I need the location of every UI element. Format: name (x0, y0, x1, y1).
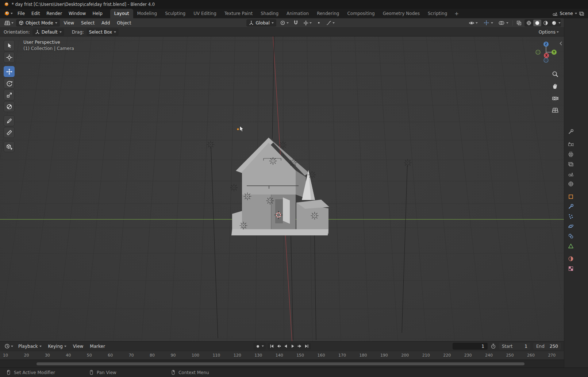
start-frame-field[interactable]: Start 1 (499, 343, 530, 350)
tab-material[interactable] (567, 255, 575, 262)
menu-object[interactable]: Object (114, 19, 134, 27)
current-frame-field[interactable]: 1 (453, 343, 488, 350)
light-empty[interactable] (266, 197, 274, 204)
menu-keying[interactable]: Keying (45, 343, 69, 350)
prev-keyframe-button[interactable] (276, 343, 283, 349)
tab-uv-editing[interactable]: UV Editing (189, 9, 220, 18)
tab-view-layer[interactable] (567, 161, 575, 167)
snap-target-dropdown[interactable] (302, 20, 313, 26)
light-empty[interactable] (207, 141, 214, 148)
add-workspace-button[interactable]: + (451, 9, 462, 18)
proportional-editing-toggle[interactable] (315, 19, 323, 27)
light-empty[interactable] (230, 184, 238, 191)
tab-world[interactable] (567, 181, 575, 187)
scene-selector[interactable]: Scene (552, 11, 586, 16)
shading-solid-button[interactable] (533, 20, 541, 26)
menu-render[interactable]: Render (43, 9, 65, 18)
timeline-scrollbar[interactable] (36, 362, 524, 365)
3d-viewport[interactable]: User Perspective (1) Collection | Camera (0, 36, 564, 341)
snap-toggle[interactable] (292, 19, 300, 27)
zoom-button[interactable] (551, 70, 559, 78)
tab-object-data[interactable] (567, 243, 575, 249)
axis-x-ball[interactable]: X (544, 53, 549, 58)
proportional-falloff-dropdown[interactable] (325, 20, 336, 26)
tab-texture-paint[interactable]: Texture Paint (220, 9, 257, 18)
pivot-point-dropdown[interactable] (278, 19, 290, 26)
light-empty[interactable] (308, 171, 316, 178)
menu-file[interactable]: File (14, 9, 28, 18)
menu-playback[interactable]: Playback (15, 343, 45, 350)
tab-object[interactable] (567, 193, 575, 200)
menu-view[interactable]: View (61, 19, 77, 27)
object-origin-dot[interactable] (237, 128, 239, 130)
play-button[interactable] (289, 343, 296, 349)
editor-type-button[interactable] (3, 19, 15, 27)
tab-modifiers[interactable] (567, 203, 575, 209)
tab-compositing[interactable]: Compositing (343, 9, 378, 18)
tool-transform[interactable] (4, 101, 15, 112)
menu-select[interactable]: Select (78, 19, 97, 27)
axis-z-ball[interactable]: Z (543, 42, 549, 47)
tool-cursor[interactable] (4, 52, 15, 63)
timeline-ruler[interactable]: 10 20 30 40 50 60 70 80 90 100 110 120 1… (0, 351, 564, 359)
orientation-default-dropdown[interactable]: Default (32, 28, 64, 36)
tab-animation[interactable]: Animation (283, 9, 313, 18)
next-keyframe-button[interactable] (296, 343, 303, 349)
tool-annotate[interactable] (4, 115, 15, 126)
camera-view-button[interactable] (551, 94, 559, 102)
axis-y-ball[interactable]: Y (552, 50, 557, 55)
tab-output[interactable] (567, 151, 575, 157)
overlays-dropdown[interactable] (496, 19, 510, 27)
tool-select-box[interactable] (4, 40, 15, 51)
options-dropdown[interactable]: Options (537, 29, 560, 35)
tab-modeling[interactable]: Modeling (133, 9, 161, 18)
tool-scale[interactable] (4, 89, 15, 100)
mode-dropdown[interactable]: Object Mode (16, 19, 60, 27)
jump-to-start-button[interactable] (269, 343, 276, 349)
end-frame-field[interactable]: End 250 (533, 343, 561, 350)
gizmo-toggle[interactable] (483, 19, 490, 27)
menu-edit[interactable]: Edit (28, 9, 43, 18)
xray-toggle[interactable] (515, 19, 523, 27)
menu-window[interactable]: Window (65, 9, 89, 18)
tab-tool[interactable] (567, 128, 575, 135)
axis-neg-y-ball[interactable] (536, 50, 540, 54)
play-reverse-button[interactable] (283, 343, 289, 349)
menu-help[interactable]: Help (89, 9, 105, 18)
light-empty[interactable] (240, 222, 247, 229)
tab-scripting[interactable]: Scripting (424, 9, 451, 18)
tool-rotate[interactable] (4, 78, 15, 89)
tab-physics[interactable] (567, 223, 575, 229)
menu-add[interactable]: Add (99, 19, 113, 27)
navigation-gizmo[interactable]: Z Y X (534, 40, 558, 64)
light-empty[interactable] (269, 157, 277, 165)
orientation-dropdown[interactable]: Global (246, 19, 276, 27)
overlays-toggle[interactable] (498, 19, 505, 27)
tab-sculpting[interactable]: Sculpting (161, 9, 189, 18)
tab-texture[interactable] (567, 265, 575, 272)
tab-scene[interactable] (567, 171, 575, 177)
tab-constraints[interactable] (567, 233, 575, 239)
tab-layout[interactable]: Layout (110, 9, 133, 18)
shading-material-button[interactable] (542, 20, 550, 26)
tool-move[interactable] (4, 66, 15, 77)
light-empty[interactable] (311, 212, 318, 219)
light-empty[interactable] (279, 141, 287, 149)
menu-timeline-view[interactable]: View (70, 343, 86, 350)
shading-rendered-button[interactable] (550, 20, 558, 26)
tool-add-cube[interactable] (4, 141, 15, 152)
menu-marker[interactable]: Marker (87, 343, 108, 350)
drag-mode-dropdown[interactable]: Select Box (87, 28, 119, 36)
pan-button[interactable] (551, 82, 559, 90)
blender-menu-button[interactable] (2, 10, 14, 17)
tab-geometry-nodes[interactable]: Geometry Nodes (379, 9, 424, 18)
tab-rendering[interactable]: Rendering (313, 9, 343, 18)
tab-shading[interactable]: Shading (257, 9, 283, 18)
timeline-editor-type-button[interactable] (3, 343, 15, 350)
light-empty[interactable] (404, 159, 411, 166)
jump-to-end-button[interactable] (303, 343, 310, 349)
sidebar-collapse-arrow[interactable] (558, 41, 564, 46)
tool-measure[interactable] (4, 127, 15, 138)
show-gizmo-dropdown[interactable] (481, 19, 495, 27)
axis-neg-z-ball[interactable] (544, 58, 548, 62)
